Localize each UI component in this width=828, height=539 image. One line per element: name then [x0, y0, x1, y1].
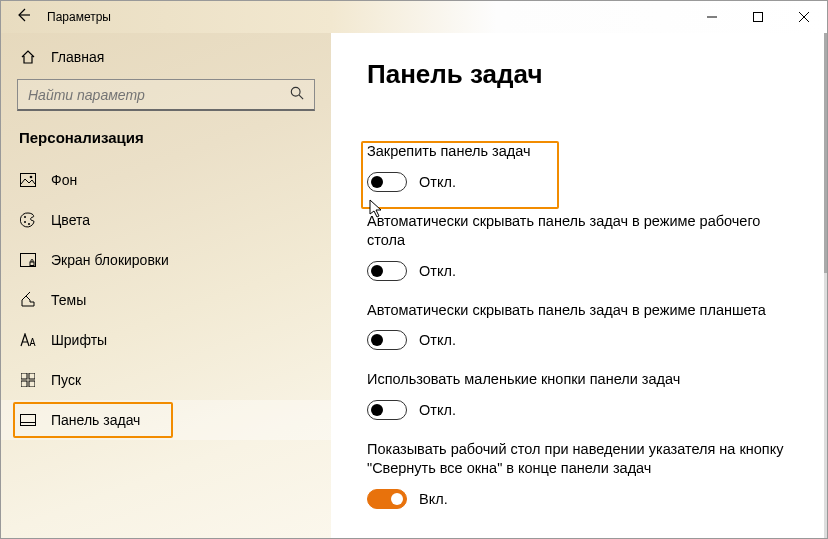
titlebar: Параметры [1, 1, 827, 33]
home-icon [19, 49, 37, 65]
nav-item-lockscreen[interactable]: Экран блокировки [1, 240, 331, 280]
setting-lock-taskbar: Закрепить панель задач Откл. [367, 142, 805, 192]
svg-rect-16 [29, 381, 35, 387]
toggle-state: Откл. [419, 332, 456, 348]
setting-autohide-desktop: Автоматически скрывать панель задач в ре… [367, 212, 805, 281]
taskbar-icon [19, 414, 37, 426]
picture-icon [19, 173, 37, 187]
maximize-button[interactable] [735, 1, 781, 33]
toggle-peek-desktop[interactable] [367, 489, 407, 509]
setting-label: Автоматически скрывать панель задач в ре… [367, 212, 787, 251]
svg-rect-12 [30, 262, 34, 266]
home-label: Главная [51, 49, 104, 65]
svg-point-8 [24, 216, 26, 218]
nav-item-start[interactable]: Пуск [1, 360, 331, 400]
search-input[interactable] [28, 87, 276, 103]
setting-label: Автоматически скрывать панель задач в ре… [367, 301, 787, 321]
search-icon [290, 86, 304, 103]
toggle-small-buttons[interactable] [367, 400, 407, 420]
sidebar: Главная Персонализация Фон [1, 33, 331, 538]
setting-autohide-tablet: Автоматически скрывать панель задач в ре… [367, 301, 805, 351]
svg-line-5 [299, 95, 303, 99]
nav-item-colors[interactable]: Цвета [1, 200, 331, 240]
minimize-button[interactable] [689, 1, 735, 33]
close-button[interactable] [781, 1, 827, 33]
setting-label: Показывать рабочий стол при наведении ук… [367, 440, 787, 479]
nav-label: Пуск [51, 372, 81, 388]
toggle-lock-taskbar[interactable] [367, 172, 407, 192]
svg-rect-6 [21, 174, 36, 187]
setting-small-buttons: Использовать маленькие кнопки панели зад… [367, 370, 805, 420]
nav-label: Экран блокировки [51, 252, 169, 268]
svg-rect-1 [754, 13, 763, 22]
nav-list: Фон Цвета Экран блокировки [1, 160, 331, 440]
setting-label: Использовать маленькие кнопки панели зад… [367, 370, 787, 390]
themes-icon [19, 292, 37, 308]
nav-item-taskbar[interactable]: Панель задач [1, 400, 331, 440]
fonts-icon [19, 333, 37, 347]
window-controls [689, 1, 827, 33]
back-button[interactable] [15, 7, 31, 27]
nav-label: Темы [51, 292, 86, 308]
nav-label: Фон [51, 172, 77, 188]
svg-point-4 [291, 87, 300, 96]
scroll-thumb[interactable] [824, 33, 827, 273]
lockscreen-icon [19, 253, 37, 267]
toggle-state: Откл. [419, 174, 456, 190]
home-nav[interactable]: Главная [1, 33, 331, 79]
svg-point-9 [24, 221, 26, 223]
search-box[interactable] [17, 79, 315, 111]
toggle-autohide-desktop[interactable] [367, 261, 407, 281]
setting-peek-desktop: Показывать рабочий стол при наведении ук… [367, 440, 805, 509]
nav-item-fonts[interactable]: Шрифты [1, 320, 331, 360]
page-title: Панель задач [367, 59, 805, 90]
start-icon [19, 373, 37, 387]
settings-window: Параметры Главная [0, 0, 828, 539]
toggle-state: Откл. [419, 263, 456, 279]
nav-label: Цвета [51, 212, 90, 228]
setting-label: Закрепить панель задач [367, 142, 787, 162]
svg-point-7 [30, 176, 33, 179]
window-title: Параметры [47, 10, 111, 24]
toggle-autohide-tablet[interactable] [367, 330, 407, 350]
scrollbar[interactable] [824, 33, 827, 538]
palette-icon [19, 212, 37, 228]
svg-rect-14 [29, 373, 35, 379]
nav-label: Панель задач [51, 412, 140, 428]
svg-rect-17 [21, 415, 36, 426]
nav-label: Шрифты [51, 332, 107, 348]
category-title: Персонализация [1, 129, 331, 160]
toggle-state: Вкл. [419, 491, 448, 507]
toggle-state: Откл. [419, 402, 456, 418]
svg-rect-15 [21, 381, 27, 387]
nav-item-background[interactable]: Фон [1, 160, 331, 200]
svg-rect-13 [21, 373, 27, 379]
content-pane: Панель задач Закрепить панель задач Откл… [331, 33, 827, 538]
svg-point-10 [28, 223, 30, 225]
nav-item-themes[interactable]: Темы [1, 280, 331, 320]
